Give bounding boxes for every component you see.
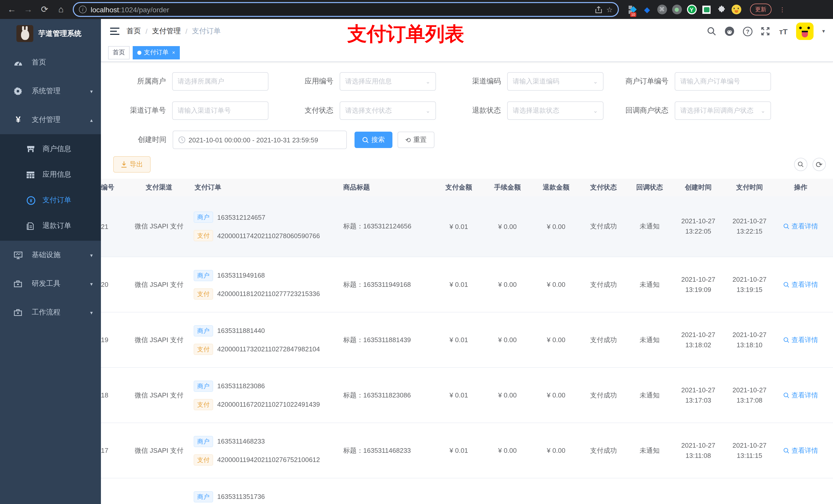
back-icon[interactable]: ← xyxy=(5,3,19,16)
view-detail-link[interactable]: 查看详情 xyxy=(775,368,826,423)
refresh-icon: ⟲ xyxy=(405,136,411,144)
notify-status-select[interactable]: 请选择订单回调商户状态⌄ xyxy=(674,101,771,120)
merchant-tag: 商户 xyxy=(194,436,213,447)
extension-chat-icon[interactable] xyxy=(701,4,712,15)
svg-text:?: ? xyxy=(746,28,749,34)
close-icon[interactable]: × xyxy=(172,50,175,55)
cell-create-time: 2021-10-2713:11:08 xyxy=(673,423,724,478)
channel-order-input[interactable]: 请输入渠道订单号 xyxy=(172,101,268,120)
orders-table: 编号 支付渠道 支付订单 商品标题 支付金额 手续金额 退款金额 支付状态 回调… xyxy=(101,179,833,504)
site-info-icon[interactable]: i xyxy=(79,6,87,13)
cell-order: 商户1635311351736 支付 xyxy=(194,478,342,504)
table-body: 21 微信 JSAPI 支付 商户1635312124657 支付4200001… xyxy=(101,196,833,504)
channel-code-select[interactable]: 请输入渠道编码⌄ xyxy=(507,72,603,91)
sidebar-item-merchant-info[interactable]: 商户信息 xyxy=(0,136,101,162)
chevron-down-icon: ⌄ xyxy=(426,78,430,85)
share-icon[interactable] xyxy=(596,6,602,13)
address-bar[interactable]: i localhost:1024/pay/order ☆ xyxy=(73,2,619,17)
view-detail-link[interactable]: 查看详情 xyxy=(775,196,826,257)
pay-status-select[interactable]: 请选择支付状态⌄ xyxy=(339,101,436,120)
home-icon[interactable]: ⌂ xyxy=(54,3,68,16)
sidebar-item-workflow[interactable]: 工作流程 ▾ xyxy=(0,298,101,327)
extension-gem-icon[interactable]: ◆ xyxy=(642,4,652,15)
sidebar: 芋道管理系统 首页 系统管理 ▾ ¥ 支付管理 ▴ xyxy=(0,19,101,504)
screen: ← → ⟳ ⌂ i localhost:1024/pay/order ☆ 10 … xyxy=(0,0,833,504)
extension-command-icon[interactable]: ⌘ xyxy=(657,4,667,15)
cell-pay-status xyxy=(580,478,626,504)
font-size-icon[interactable]: ᴛT xyxy=(778,26,788,37)
cell-pay-time: 2021-10-2713:11:15 xyxy=(724,423,775,478)
table-toolbar: 导出 ⟳ xyxy=(101,156,833,173)
view-detail-link[interactable]: 查看详情 xyxy=(775,312,826,367)
yen-icon: ¥ xyxy=(14,115,23,125)
merchant-order-no: 1635311949168 xyxy=(217,271,265,279)
pay-order-no: 4200001194202110276752100612 xyxy=(217,456,320,463)
refresh-table-button[interactable]: ⟳ xyxy=(812,158,826,171)
cell-id: 17 xyxy=(101,423,124,478)
tab-home[interactable]: 首页 xyxy=(108,46,129,59)
extension-y-icon[interactable]: Y xyxy=(687,4,697,15)
view-detail-link[interactable] xyxy=(775,478,826,504)
pay-submenu: 商户信息 应用信息 ¥ 支付订单 xyxy=(0,134,101,241)
filter-form: 所属商户 请选择所属商户 应用编号 请选择应用信息⌄ 渠道编码 请输入渠道编码⌄… xyxy=(101,62,833,149)
cell-order: 商户1635311949168 支付4200001181202110277723… xyxy=(194,257,342,312)
browser-menu-icon[interactable]: ⋮ xyxy=(779,6,785,13)
merchant-order-input[interactable]: 请输入商户订单编号 xyxy=(674,72,771,91)
github-icon[interactable] xyxy=(724,26,735,37)
cell-refund-amount: ¥ 0.00 xyxy=(532,368,580,423)
sidebar-item-home[interactable]: 首页 xyxy=(0,48,101,77)
pay-order-no: 4200001174202110278060590766 xyxy=(217,232,320,239)
tab-pay-order[interactable]: 支付订单 × xyxy=(133,46,180,59)
reload-icon[interactable]: ⟳ xyxy=(38,3,51,16)
cell-pay-amount: ¥ 0.01 xyxy=(434,312,483,367)
search-button[interactable]: 搜索 xyxy=(355,131,392,148)
sidebar-item-devtools[interactable]: 研发工具 ▾ xyxy=(0,269,101,298)
extension-dot-icon[interactable] xyxy=(672,4,682,15)
avatar-caret-icon[interactable]: ▼ xyxy=(821,29,826,34)
help-icon[interactable]: ? xyxy=(742,26,753,37)
sidebar-toggle-icon[interactable] xyxy=(110,26,119,37)
table-header: 编号 支付渠道 支付订单 商品标题 支付金额 手续金额 退款金额 支付状态 回调… xyxy=(101,179,833,196)
app-select[interactable]: 请选择应用信息⌄ xyxy=(339,72,436,91)
sidebar-item-app-info[interactable]: 应用信息 xyxy=(0,162,101,188)
yen-circle-icon: ¥ xyxy=(27,196,35,205)
cell-order: 商户1635312124657 支付4200001174202110278060… xyxy=(194,196,342,257)
cell-channel: 微信 JSAPI 支付 xyxy=(124,196,194,257)
user-avatar[interactable] xyxy=(796,23,813,40)
export-button[interactable]: 导出 xyxy=(113,156,151,173)
merchant-select[interactable]: 请选择所属商户 xyxy=(172,72,268,91)
bookmark-star-icon[interactable]: ☆ xyxy=(606,5,613,14)
merchant-order-no: 1635312124657 xyxy=(217,213,265,221)
breadcrumb: 首页 / 支付管理 / 支付订单 xyxy=(126,27,221,36)
pay-tag: 支付 xyxy=(194,230,213,241)
briefcase-icon xyxy=(14,309,23,316)
forward-icon[interactable]: → xyxy=(22,3,35,16)
breadcrumb-pay[interactable]: 支付管理 xyxy=(152,27,181,36)
merchant-order-no: 1635311351736 xyxy=(217,493,265,500)
sidebar-item-infra[interactable]: 基础设施 ▾ xyxy=(0,241,101,269)
profile-avatar-icon[interactable] xyxy=(731,4,741,15)
extension-grid-icon[interactable]: 10 xyxy=(627,4,637,15)
view-detail-link[interactable]: 查看详情 xyxy=(775,423,826,478)
extensions-puzzle-icon[interactable] xyxy=(716,4,727,15)
reset-button[interactable]: ⟲ 重置 xyxy=(398,131,434,148)
sidebar-item-system[interactable]: 系统管理 ▾ xyxy=(0,77,101,105)
sidebar-item-refund-order[interactable]: 退款订单 xyxy=(0,213,101,239)
refund-status-select[interactable]: 请选择退款状态⌄ xyxy=(507,101,603,120)
cell-notify-status: 未通知 xyxy=(626,196,673,257)
view-detail-link[interactable]: 查看详情 xyxy=(775,257,826,312)
chevron-down-icon: ▾ xyxy=(90,310,93,315)
create-time-range-picker[interactable]: 2021-10-01 00:00:00 - 2021-10-31 23:59:5… xyxy=(173,130,347,149)
table-row: 商户1635311351736 支付 xyxy=(101,478,833,504)
sidebar-item-pay[interactable]: ¥ 支付管理 ▴ xyxy=(0,105,101,134)
table-row: 18 微信 JSAPI 支付 商户1635311823086 支付4200001… xyxy=(101,368,833,423)
fullscreen-icon[interactable] xyxy=(760,26,770,37)
show-search-icon-button[interactable] xyxy=(794,158,807,171)
cell-channel: 微信 JSAPI 支付 xyxy=(124,423,194,478)
breadcrumb-home[interactable]: 首页 xyxy=(126,27,141,36)
sidebar-item-pay-order[interactable]: ¥ 支付订单 xyxy=(0,188,101,213)
cell-notify-status xyxy=(626,478,673,504)
app-logo-row: 芋道管理系统 xyxy=(0,19,101,48)
update-button[interactable]: 更新 xyxy=(750,4,771,15)
search-icon[interactable] xyxy=(707,26,717,37)
